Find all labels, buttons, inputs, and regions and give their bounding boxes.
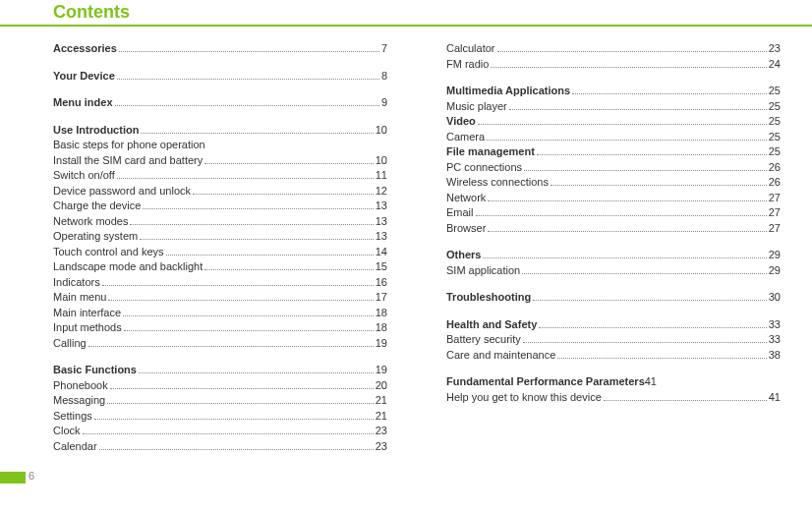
toc-entry-page: 38 — [769, 348, 781, 364]
toc-entry-label: Calculator — [446, 41, 495, 57]
toc-entry[interactable]: Video25 — [446, 114, 781, 130]
toc-entry-page: 26 — [769, 175, 781, 191]
toc-entry-page: 23 — [376, 424, 387, 439]
toc-entry[interactable]: Clock23 — [53, 424, 387, 439]
toc-entry[interactable]: Touch control and keys14 — [53, 245, 387, 260]
toc-entry[interactable]: Browser27 — [446, 221, 781, 237]
toc-dots — [509, 109, 767, 110]
page-number: 6 — [29, 470, 34, 482]
toc-dots — [522, 273, 767, 274]
toc-entry-label: Help you get to know this device — [446, 390, 602, 406]
toc-entry-label: Multimedia Applications — [446, 84, 570, 99]
toc-spacer — [446, 363, 781, 374]
toc-entry-page: 16 — [376, 275, 387, 291]
toc-entry[interactable]: FM radio24 — [446, 57, 781, 73]
toc-dots — [193, 194, 374, 195]
toc-dots — [478, 124, 767, 125]
toc-entry-page: 33 — [769, 317, 781, 333]
toc-entry-label: Camera — [446, 130, 485, 145]
toc-entry-label: Calendar — [53, 439, 97, 455]
toc-entry[interactable]: Basic Functions19 — [53, 363, 387, 378]
toc-entry-label: Clock — [53, 424, 81, 439]
toc-entry-page: 23 — [376, 439, 387, 455]
toc-entry-label: Main interface — [53, 306, 121, 321]
toc-entry-page: 25 — [769, 144, 781, 160]
toc-entry[interactable]: Music player25 — [446, 99, 781, 115]
toc-entry-label: Video — [446, 114, 476, 130]
toc-entry[interactable]: Camera25 — [446, 130, 781, 145]
toc-entry[interactable]: Wireless connections26 — [446, 175, 781, 191]
toc-entry-page: 24 — [769, 57, 781, 73]
toc-dots — [523, 342, 767, 343]
toc-entry-label: Device password and unlock — [53, 184, 191, 199]
toc-entry-label: Phonebook — [53, 378, 108, 394]
toc-entry[interactable]: Care and maintenance38 — [446, 348, 781, 364]
toc-entry[interactable]: Install the SIM card and battery10 — [53, 153, 387, 169]
toc-entry[interactable]: Calling19 — [53, 336, 387, 352]
toc-dots — [99, 449, 374, 450]
toc-entry-label: Use Introduction — [53, 123, 139, 139]
toc-spacer — [53, 84, 387, 95]
toc-entry-page: 25 — [769, 99, 781, 115]
toc-dots — [488, 200, 766, 201]
toc-entry[interactable]: Network modes13 — [53, 214, 387, 230]
toc-entry[interactable]: Input methods18 — [53, 320, 387, 336]
toc-dots — [124, 330, 374, 331]
toc-entry-label: Others — [446, 248, 481, 263]
toc-entry-page: 27 — [769, 205, 781, 221]
toc-entry-page: 17 — [376, 290, 387, 306]
toc-entry-page: 41 — [645, 374, 657, 390]
toc-entry[interactable]: Switch on/off11 — [53, 168, 387, 184]
toc-entry[interactable]: Operating system13 — [53, 229, 387, 245]
toc-entry[interactable]: Charge the device13 — [53, 199, 387, 214]
toc-entry[interactable]: PC connections26 — [446, 160, 781, 176]
toc-spacer — [53, 111, 387, 123]
toc-entry[interactable]: Use Introduction10 — [53, 123, 387, 139]
toc-entry[interactable]: Phonebook20 — [53, 378, 387, 394]
toc-entry[interactable]: Settings21 — [53, 409, 387, 425]
toc-entry[interactable]: Main interface18 — [53, 306, 387, 321]
toc-entry[interactable]: Multimedia Applications25 — [446, 84, 781, 99]
toc-entry[interactable]: Network27 — [446, 191, 781, 206]
toc-entry[interactable]: Troubleshooting30 — [446, 290, 781, 306]
toc-entry[interactable]: Fundamental Performance Parameters41 — [446, 374, 781, 390]
toc-entry[interactable]: Help you get to know this device41 — [446, 390, 781, 406]
toc-spacer — [446, 72, 781, 84]
toc-entry[interactable]: Menu index9 — [53, 95, 387, 111]
toc-entry-label: SIM application — [446, 263, 520, 279]
toc-entry[interactable]: Calendar23 — [53, 439, 387, 455]
toc-dots — [110, 388, 374, 389]
toc-entry[interactable]: SIM application29 — [446, 263, 781, 279]
toc-dots — [204, 163, 374, 164]
toc-entry-label: Switch on/off — [53, 168, 115, 184]
toc-entry[interactable]: Device password and unlock12 — [53, 184, 387, 199]
toc-entry-page: 8 — [381, 69, 387, 85]
toc-entry[interactable]: Health and Safety33 — [446, 317, 781, 333]
toc-entry[interactable]: Email27 — [446, 205, 781, 221]
toc-entry[interactable]: Your Device8 — [53, 69, 387, 85]
toc-dots — [102, 285, 374, 286]
toc-entry[interactable]: Main menu17 — [53, 290, 387, 306]
toc-entry-label: Fundamental Performance Parameters — [446, 374, 645, 390]
toc-entry-page: 19 — [376, 363, 387, 378]
toc-dots — [497, 51, 767, 52]
toc-entry[interactable]: Landscape mode and backlight15 — [53, 259, 387, 275]
toc-entry-label: Music player — [446, 99, 507, 115]
toc-entry-page: 27 — [769, 191, 781, 206]
toc-entry[interactable]: File management25 — [446, 144, 781, 160]
toc-entry[interactable]: Messaging21 — [53, 393, 387, 409]
toc-dots — [143, 208, 373, 209]
toc-entry-label: Landscape mode and backlight — [53, 259, 203, 275]
toc-entry[interactable]: Indicators16 — [53, 275, 387, 291]
toc-entry[interactable]: Calculator23 — [446, 41, 781, 57]
toc-entry-label: Health and Safety — [446, 317, 537, 333]
toc-spacer — [53, 351, 387, 363]
toc-entry-label: Menu index — [53, 95, 113, 111]
toc-dots — [115, 105, 379, 106]
toc-dots — [557, 358, 766, 359]
toc-entry-label: Network — [446, 191, 486, 206]
toc-entry-page: 25 — [769, 114, 781, 130]
toc-entry[interactable]: Battery security33 — [446, 332, 781, 348]
toc-entry[interactable]: Accessories7 — [53, 41, 387, 57]
toc-entry[interactable]: Others29 — [446, 248, 781, 263]
